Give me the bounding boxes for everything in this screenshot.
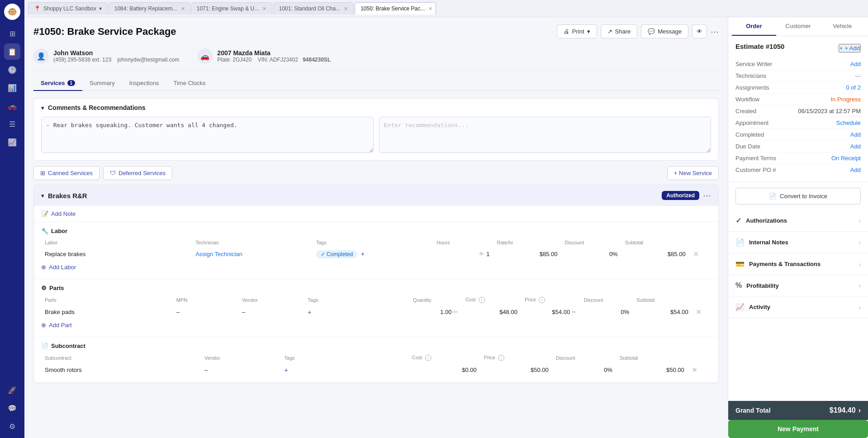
share-icon: ↗ [607, 28, 612, 35]
add-part-tag-btn[interactable]: + [308, 309, 311, 316]
profitability-section[interactable]: % Profitability › [728, 275, 868, 296]
sidebar-item-dashboard[interactable]: ⊞ [4, 25, 20, 42]
add-sub-tag-btn[interactable]: + [285, 367, 288, 374]
service-more-button[interactable]: ⋯ [703, 190, 711, 200]
message-button[interactable]: 💬 Message [641, 24, 688, 38]
hours-col-header: Hours [433, 238, 493, 247]
right-tab-order[interactable]: Order [732, 17, 776, 36]
tab-1050-close[interactable]: ✕ [428, 6, 432, 12]
estimate-row-created: Created 06/15/2023 at 12:57 PM [735, 105, 861, 117]
tab-1050[interactable]: 1050: Brake Service Pac... ✕ [355, 2, 436, 14]
part-price: $54.00 ✏ [521, 305, 580, 319]
tab-time-clocks[interactable]: Time Clocks [166, 76, 213, 91]
activity-label: Activity [749, 304, 770, 310]
part-remove-button[interactable]: ✕ [696, 308, 702, 316]
vehicle-info: 🚗 2007 Mazda Miata Plate: 2GJ420 VIN: AD… [197, 48, 331, 64]
activity-section[interactable]: 📈 Activity › [728, 296, 868, 318]
service-card-header: ▾ Brakes R&R Authorized ⋯ [34, 185, 718, 206]
service-toolbar-left: ⊞ Canned Services 🛡 Deferred Services [33, 166, 172, 180]
customer-bar: 👤 John Watson (459) 295-5838 ext. 123 jo… [33, 44, 719, 71]
sidebar-logo[interactable]: 🐵 [4, 4, 20, 20]
services-badge: 1 [67, 80, 76, 86]
sub-remove-button[interactable]: ✕ [692, 366, 697, 374]
labor-subtotal: $85.00 [621, 247, 689, 261]
order-header: #1050: Brake Service Package 🖨 Print ▾ ↗… [33, 24, 719, 38]
payment-icon: 💳 [735, 260, 745, 268]
sub-name: Smooth rotors [41, 363, 201, 377]
grand-total-label: Grand Total [735, 407, 771, 414]
eye-button[interactable]: 👁 [692, 24, 707, 38]
tab-1071[interactable]: 1071: Engine Swap & U... ✕ [191, 2, 272, 14]
new-payment-button[interactable]: New Payment [728, 420, 868, 438]
estimate-add-button[interactable]: + + Add [839, 44, 861, 52]
sidebar-item-launch[interactable]: 🚀 [4, 382, 20, 398]
sidebar-item-time[interactable]: 🕐 [4, 62, 20, 78]
sidebar-item-analytics[interactable]: 📈 [4, 134, 20, 150]
sidebar-item-settings[interactable]: ⚙ [4, 418, 20, 434]
grand-total-amount[interactable]: $194.40 › [830, 406, 861, 414]
profitability-chevron: › [859, 282, 861, 289]
more-button[interactable]: ⋯ [711, 27, 719, 37]
deferred-icon: 🛡 [110, 170, 116, 176]
canned-services-button[interactable]: ⊞ Canned Services [33, 166, 100, 180]
right-tab-customer[interactable]: Customer [776, 17, 821, 36]
convert-to-invoice-button[interactable]: 📄 Convert to Invoice [735, 188, 861, 205]
parts-table: Parts MPN Vendor Tags Quantity Cost i Pr… [41, 295, 711, 319]
sub-price: $50.00 [480, 363, 552, 377]
print-button[interactable]: 🖨 Print ▾ [557, 24, 597, 38]
tab-1071-close[interactable]: ✕ [262, 6, 266, 12]
right-tab-vehicle[interactable]: Vehicle [820, 17, 864, 36]
tab-1001[interactable]: 1001: Standard Oil Cha... ✕ [273, 2, 354, 14]
vehicle-name[interactable]: 2007 Mazda Miata [217, 49, 331, 57]
mpn-col-header: MPN [173, 295, 238, 305]
subcontract-table: Subcontract Vendor Tags Cost i Price i D… [41, 353, 711, 377]
tab-inspections[interactable]: Inspections [122, 76, 166, 91]
sidebar-item-list[interactable]: ☰ [4, 116, 20, 132]
add-part-button[interactable]: ⊕ Add Part [41, 319, 72, 331]
add-note-button[interactable]: 📝 Add Note [41, 210, 76, 217]
sidebar-item-chat[interactable]: 💬 [4, 400, 20, 416]
sidebar-item-reports[interactable]: 📊 [4, 80, 20, 96]
customer-name[interactable]: John Watson [53, 49, 179, 57]
tag-completed[interactable]: ✓ Completed [316, 250, 357, 258]
qty-edit-icon: ✏ [453, 309, 458, 315]
deferred-services-button[interactable]: 🛡 Deferred Services [103, 166, 172, 180]
comment-text-input[interactable]: - Rear brakes squeaking. Customer wants … [41, 117, 374, 153]
rate-col-header: Rate/hr [493, 238, 561, 247]
labor-name: Replace brakes [41, 247, 192, 261]
sidebar-item-vehicles[interactable]: 🚗 [4, 98, 20, 114]
sidebar: 🐵 ⊞ 📋 🕐 📊 🚗 ☰ 📈 🚀 💬 ⚙ [0, 0, 24, 438]
payments-transactions-section[interactable]: 💳 Payments & Transactions › [728, 253, 868, 275]
labor-remove-button[interactable]: ✕ [693, 250, 699, 258]
labor-tags: ✓ Completed + [313, 247, 433, 261]
labor-technician[interactable]: Assign Technician [192, 247, 313, 261]
tab-services[interactable]: Services 1 [33, 76, 82, 91]
labor-icon: 🔧 [41, 228, 48, 234]
recommendations-input[interactable] [379, 117, 711, 153]
tab-summary[interactable]: Summary [82, 76, 122, 91]
check-icon: ✓ [735, 216, 741, 225]
tab-1084-close[interactable]: ✕ [181, 6, 185, 12]
tab-location[interactable]: 📍 Shoppy LLC Sandbox ▾ [28, 2, 108, 14]
add-labor-button[interactable]: ⊕ Add Labor [41, 261, 76, 273]
share-button[interactable]: ↗ Share [601, 24, 638, 38]
labor-col-header: Labor [41, 238, 192, 247]
internal-notes-section[interactable]: 📄 Internal Notes › [728, 232, 868, 253]
price-edit-icon: ✏ [572, 309, 577, 315]
tab-location-label: Shoppy LLC Sandbox [43, 5, 96, 12]
vehicle-details: Plate: 2GJ420 VIN: ADFJ23402 9484230SL [217, 57, 331, 63]
authorizations-section[interactable]: ✓ Authorizations › [728, 210, 868, 232]
new-service-button[interactable]: + New Service [667, 166, 719, 180]
cost-info-icon: i [479, 297, 485, 303]
part-cost: $48.00 [462, 305, 521, 319]
price-col-header: Price i [521, 295, 580, 305]
tab-1001-close[interactable]: ✕ [344, 6, 348, 12]
part-mpn: – [173, 305, 238, 319]
tab-1084[interactable]: 1084: Battery Replacem... ✕ [109, 2, 190, 14]
subcontract-icon: 📄 [41, 343, 48, 349]
payments-chevron: › [859, 261, 861, 268]
add-tag-btn[interactable]: + [361, 250, 365, 257]
sidebar-item-orders[interactable]: 📋 [4, 43, 20, 60]
comments-section: ▾ Comments & Recommendations - Rear brak… [33, 98, 719, 161]
comments-header[interactable]: ▾ Comments & Recommendations [34, 99, 718, 117]
